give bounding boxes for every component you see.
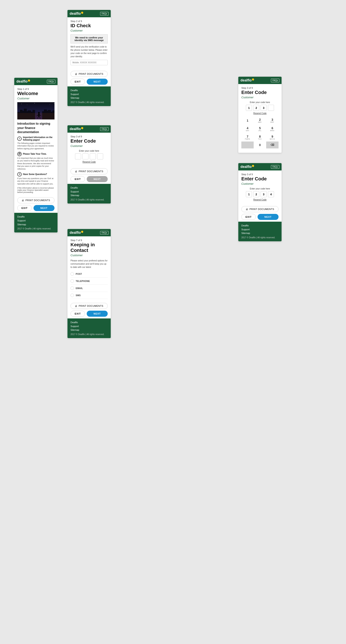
code-box-1[interactable] bbox=[75, 154, 81, 160]
next-button-4[interactable]: NEXT bbox=[87, 311, 108, 317]
exit-button-4[interactable]: EXIT bbox=[71, 311, 85, 317]
logo-welcome: dealflo bbox=[17, 80, 30, 84]
screen-welcome: dealflo FAQs Step 1 of 9 Welcome Custome… bbox=[14, 78, 58, 232]
print-button-6[interactable]: 🖨 PRINT DOCUMENTS bbox=[241, 206, 278, 212]
code-box-5-3[interactable]: 3 bbox=[261, 105, 267, 111]
footer-link-2b[interactable]: Support bbox=[71, 92, 108, 96]
body-2: Step 2 of 9 ID Check Customer We need to… bbox=[68, 17, 111, 70]
logo-text-2: dealflo bbox=[70, 12, 81, 16]
print-button-3[interactable]: 🖨 PRINT DOCUMENTS bbox=[71, 168, 108, 174]
step-label-4: Step 7 of 9 bbox=[71, 239, 108, 242]
radio-circle-email bbox=[71, 286, 74, 290]
info-text-1: The following pages contain important in… bbox=[17, 142, 55, 150]
next-button-1[interactable]: NEXT bbox=[34, 205, 55, 211]
step-label-3: Step 3 of 9 bbox=[71, 135, 108, 138]
mobile-field[interactable] bbox=[71, 60, 108, 65]
logo-dot bbox=[28, 80, 30, 82]
code-box-5-1[interactable]: 1 bbox=[246, 105, 252, 111]
exit-button-1[interactable]: EXIT bbox=[17, 205, 32, 211]
faqs-button-4[interactable]: FAQs bbox=[100, 231, 109, 234]
footer-link-2[interactable]: Support bbox=[17, 219, 55, 223]
info-text-3: If you have any questions you can 'Exit'… bbox=[17, 177, 55, 185]
exit-button-3[interactable]: EXIT bbox=[71, 176, 85, 182]
numpad-6[interactable]: 6MNO bbox=[266, 125, 278, 133]
footer-6: Dealflo Support Sitemap 2017 © Dealflo |… bbox=[238, 222, 281, 241]
header-welcome: dealflo FAQs bbox=[14, 78, 58, 85]
print-button-1[interactable]: 🖨 PRINT DOCUMENTS bbox=[17, 197, 55, 203]
radio-sms[interactable]: SMS bbox=[71, 292, 108, 299]
next-button-6[interactable]: NEXT bbox=[257, 214, 278, 220]
code-box-6-3[interactable]: 3 bbox=[261, 191, 267, 197]
code-box-2[interactable] bbox=[82, 154, 89, 160]
step-label-5: Step 3 of 9 bbox=[241, 87, 278, 89]
print-button-4[interactable]: 🖨 PRINT DOCUMENTS bbox=[71, 303, 108, 309]
code-box-4[interactable] bbox=[97, 154, 103, 160]
resend-link-3[interactable]: Resend Code bbox=[71, 161, 108, 163]
screen-keeping-in-contact: dealflo FAQs Step 7 of 9 Keeping in Cont… bbox=[68, 229, 111, 338]
print-button-2[interactable]: 🖨 PRINT DOCUMENTS bbox=[71, 71, 108, 77]
logo-text: dealflo bbox=[17, 80, 28, 84]
screen-enter-code-empty: dealflo FAQs Step 3 of 9 Enter Code Cust… bbox=[68, 125, 111, 204]
resend-link-6[interactable]: Resend Code bbox=[241, 198, 278, 201]
code-box-6-2[interactable]: 2 bbox=[253, 191, 259, 197]
faqs-button-3[interactable]: FAQs bbox=[100, 127, 109, 131]
svg-point-1 bbox=[22, 104, 22, 104]
footer-4: Dealflo Support Sitemap 2017 © Dealflo |… bbox=[68, 318, 111, 338]
numpad-8[interactable]: 8TUV bbox=[254, 133, 266, 142]
radio-telephone[interactable]: TELEPHONE bbox=[71, 278, 108, 285]
exit-button-2[interactable]: EXIT bbox=[71, 79, 85, 85]
svg-rect-25 bbox=[38, 114, 40, 117]
print-icon-4: 🖨 bbox=[75, 304, 77, 307]
code-box-3[interactable] bbox=[90, 154, 96, 160]
important-icon: ! bbox=[17, 136, 22, 141]
welcome-image bbox=[17, 102, 55, 120]
code-box-6-1[interactable]: 1 bbox=[246, 191, 252, 197]
radio-circle-sms bbox=[71, 294, 74, 297]
action-row-1: EXIT NEXT bbox=[17, 205, 55, 211]
faqs-button-2[interactable]: FAQs bbox=[100, 12, 109, 16]
numpad-9[interactable]: 9WXYZ bbox=[266, 133, 278, 142]
radio-post[interactable]: POST bbox=[71, 270, 108, 278]
numpad-4[interactable]: 4GHI bbox=[241, 125, 254, 133]
alert-box: We need to confirm your identity via SMS… bbox=[71, 34, 108, 44]
numpad-7[interactable]: 7PQRS bbox=[241, 133, 254, 142]
radio-label-sms: SMS bbox=[76, 294, 81, 296]
footer-link-2c[interactable]: Sitemap bbox=[71, 96, 108, 100]
id-check-body: We'll send you the verification code to … bbox=[71, 45, 108, 58]
numpad-0[interactable]: 0 bbox=[254, 142, 266, 148]
print-icon-2: 🖨 bbox=[75, 72, 77, 75]
footer-link-1[interactable]: Dealflo bbox=[17, 215, 55, 219]
footer-copy-1: 2017 © Dealflo | All rights reserved. bbox=[17, 228, 51, 230]
step-label-6: Step 3 of 9 bbox=[241, 173, 278, 176]
customer-label-4: Customer bbox=[71, 254, 108, 257]
code-box-5-4[interactable] bbox=[268, 105, 274, 111]
resend-link-5[interactable]: Resend Code bbox=[241, 112, 278, 114]
next-button-3-disabled[interactable]: NEXT bbox=[87, 176, 108, 182]
customer-label-5: Customer bbox=[241, 96, 278, 99]
faqs-button-5[interactable]: FAQs bbox=[271, 79, 279, 82]
action-row-3: EXIT NEXT bbox=[71, 176, 108, 182]
numpad-5[interactable]: 5JKL bbox=[254, 125, 266, 133]
action-row-6: EXIT NEXT bbox=[241, 214, 278, 220]
radio-email[interactable]: EMAIL bbox=[71, 285, 108, 292]
header-4: dealflo FAQs bbox=[68, 229, 111, 236]
code-box-6-4[interactable]: 4 bbox=[268, 191, 274, 197]
exit-button-6[interactable]: EXIT bbox=[241, 214, 256, 220]
numpad-backspace[interactable]: ⌫ bbox=[266, 142, 278, 148]
footer-link-2a[interactable]: Dealflo bbox=[71, 88, 108, 92]
screen-id-check: dealflo FAQs Step 2 of 9 ID Check Custom… bbox=[68, 10, 111, 106]
faqs-button-6[interactable]: FAQs bbox=[271, 165, 279, 169]
numpad-2[interactable]: 2ABC bbox=[254, 116, 266, 125]
faqs-button[interactable]: FAQs bbox=[47, 80, 55, 84]
code-label-6: Enter your code here bbox=[241, 188, 278, 190]
numpad-3[interactable]: 3DEF bbox=[266, 116, 278, 125]
numpad-1[interactable]: 1 bbox=[241, 116, 254, 125]
code-box-5-2[interactable]: 2 bbox=[253, 105, 259, 111]
next-button-2[interactable]: NEXT bbox=[87, 79, 108, 85]
numpad-row-1: 1 2ABC 3DEF bbox=[241, 116, 278, 125]
numpad-blank bbox=[241, 142, 254, 148]
body-welcome: Step 1 of 9 Welcome Customer bbox=[14, 85, 58, 196]
info-heading-1: Important Information on the following p… bbox=[23, 136, 55, 141]
footer-link-3[interactable]: Sitemap bbox=[17, 223, 55, 226]
customer-label-2: Customer bbox=[71, 29, 108, 32]
